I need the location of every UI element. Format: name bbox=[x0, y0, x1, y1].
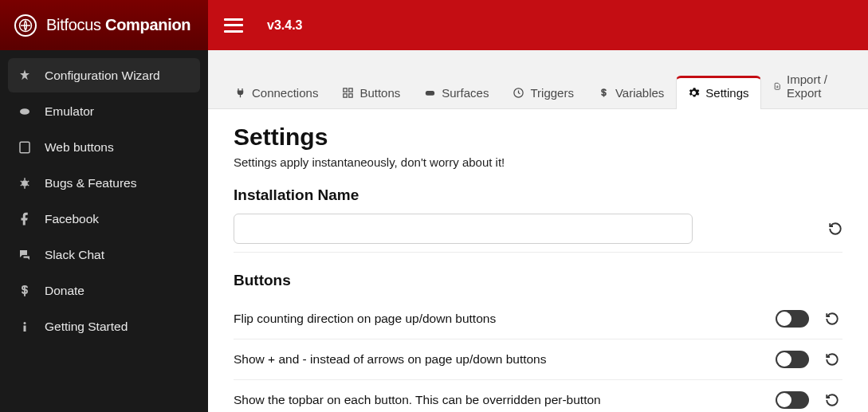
facebook-icon bbox=[18, 212, 32, 226]
brand-title: Bitfocus Companion bbox=[46, 16, 190, 34]
svg-point-1 bbox=[20, 108, 29, 115]
sidebar-item-label: Facebook bbox=[45, 212, 99, 226]
page-subtitle: Settings apply instantaneously, don't wo… bbox=[234, 155, 842, 169]
file-transfer-icon bbox=[773, 80, 782, 92]
page-title: Settings bbox=[234, 124, 842, 151]
tab-connections[interactable]: Connections bbox=[222, 76, 330, 109]
clock-icon bbox=[513, 87, 524, 99]
svg-rect-5 bbox=[24, 325, 26, 332]
dollar-icon bbox=[18, 284, 32, 298]
setting-row-topbar: Show the topbar on each button. This can… bbox=[234, 380, 842, 412]
sidebar-item-label: Slack Chat bbox=[45, 248, 104, 262]
content-panel: Settings Settings apply instantaneously,… bbox=[208, 108, 868, 412]
sidebar-item-slack-chat[interactable]: Slack Chat bbox=[8, 237, 200, 272]
version-label: v3.4.3 bbox=[267, 18, 302, 33]
grid-icon bbox=[342, 87, 354, 99]
setting-label: Flip counting direction on page up/down … bbox=[234, 312, 496, 326]
sidebar-item-emulator[interactable]: Emulator bbox=[8, 94, 200, 128]
menu-toggle-icon[interactable] bbox=[224, 18, 243, 33]
tab-surfaces[interactable]: Surfaces bbox=[412, 76, 501, 109]
svg-rect-10 bbox=[426, 91, 434, 96]
tab-label: Triggers bbox=[530, 86, 573, 100]
wizard-icon bbox=[18, 69, 32, 83]
dollar-icon bbox=[598, 87, 610, 99]
svg-rect-6 bbox=[344, 88, 347, 92]
tablet-icon bbox=[18, 140, 32, 155]
tab-import-export[interactable]: Import / Export bbox=[761, 62, 854, 109]
divider bbox=[234, 252, 842, 253]
svg-rect-7 bbox=[349, 88, 352, 92]
reset-icon[interactable] bbox=[825, 393, 839, 407]
svg-point-4 bbox=[24, 322, 26, 324]
reset-icon[interactable] bbox=[825, 352, 839, 367]
gear-icon bbox=[688, 87, 700, 99]
svg-rect-9 bbox=[349, 94, 352, 97]
brand-area: Bitfocus Companion bbox=[0, 0, 208, 50]
tab-variables[interactable]: Variables bbox=[586, 76, 676, 109]
sidebar-item-web-buttons[interactable]: Web buttons bbox=[8, 130, 200, 164]
sidebar-item-label: Donate bbox=[45, 284, 84, 298]
reset-icon[interactable] bbox=[825, 312, 839, 326]
sidebar-item-donate[interactable]: Donate bbox=[8, 273, 200, 308]
tab-label: Buttons bbox=[359, 86, 400, 100]
gamepad-icon bbox=[424, 87, 436, 99]
setting-label: Show + and - instead of arrows on page u… bbox=[234, 352, 547, 367]
toggle-flip-counting[interactable] bbox=[776, 310, 809, 328]
reset-icon[interactable] bbox=[828, 222, 842, 236]
topbar: Bitfocus Companion v3.4.3 bbox=[0, 0, 868, 50]
tab-buttons[interactable]: Buttons bbox=[330, 76, 412, 109]
tab-label: Settings bbox=[705, 86, 748, 100]
sidebar-item-label: Getting Started bbox=[45, 320, 128, 334]
tab-bar: Connections Buttons Surfaces Triggers Va… bbox=[208, 50, 868, 108]
tab-label: Variables bbox=[615, 86, 664, 100]
main-area: Connections Buttons Surfaces Triggers Va… bbox=[208, 50, 868, 412]
tab-triggers[interactable]: Triggers bbox=[501, 76, 585, 109]
section-heading-installation: Installation Name bbox=[234, 186, 842, 204]
sidebar-item-getting-started[interactable]: Getting Started bbox=[8, 309, 200, 343]
installation-name-input[interactable] bbox=[234, 214, 693, 244]
sidebar: Configuration Wizard Emulator Web button… bbox=[0, 50, 208, 412]
svg-rect-8 bbox=[344, 94, 347, 97]
sidebar-item-bugs-features[interactable]: Bugs & Features bbox=[8, 166, 200, 200]
setting-label: Show the topbar on each button. This can… bbox=[234, 393, 601, 407]
chat-icon bbox=[18, 248, 32, 262]
emulator-icon bbox=[18, 104, 32, 119]
setting-row-plus-minus: Show + and - instead of arrows on page u… bbox=[234, 339, 842, 380]
toggle-topbar[interactable] bbox=[776, 391, 809, 409]
tab-label: Import / Export bbox=[787, 73, 842, 100]
toggle-plus-minus[interactable] bbox=[776, 351, 809, 368]
sidebar-item-label: Configuration Wizard bbox=[45, 69, 160, 83]
tab-settings[interactable]: Settings bbox=[676, 76, 760, 109]
sidebar-item-label: Emulator bbox=[45, 104, 94, 119]
info-icon bbox=[18, 320, 32, 334]
sidebar-item-configuration-wizard[interactable]: Configuration Wizard bbox=[8, 58, 200, 92]
tab-label: Surfaces bbox=[442, 86, 489, 100]
brand-logo-icon bbox=[14, 14, 37, 37]
tab-label: Connections bbox=[252, 86, 318, 100]
setting-row-flip-counting: Flip counting direction on page up/down … bbox=[234, 299, 842, 339]
sidebar-item-label: Web buttons bbox=[45, 140, 114, 155]
section-heading-buttons: Buttons bbox=[234, 272, 842, 289]
header-bar: v3.4.3 bbox=[208, 0, 868, 50]
sidebar-item-label: Bugs & Features bbox=[45, 176, 136, 190]
sidebar-item-facebook[interactable]: Facebook bbox=[8, 202, 200, 236]
plug-icon bbox=[234, 87, 246, 99]
svg-rect-2 bbox=[20, 142, 29, 153]
svg-point-3 bbox=[22, 180, 28, 186]
bug-icon bbox=[18, 176, 32, 190]
